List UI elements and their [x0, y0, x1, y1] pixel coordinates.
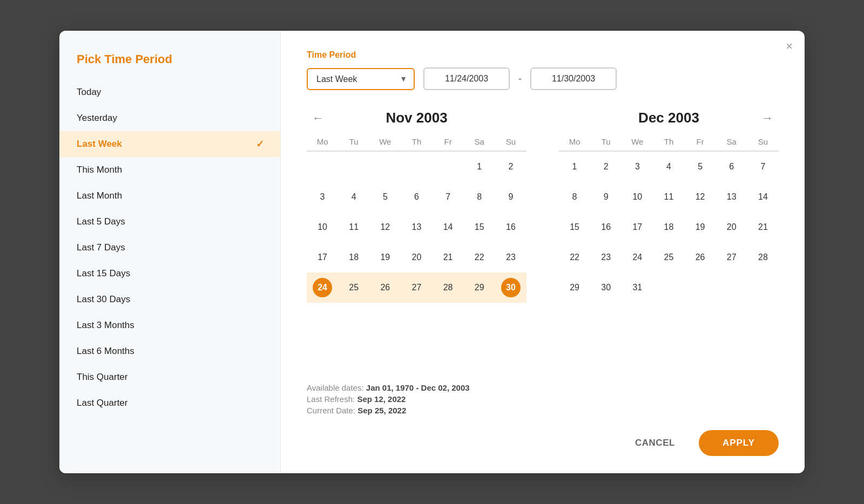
date-to-input[interactable]: 11/30/2003 — [530, 67, 617, 90]
calendar-day[interactable]: 15 — [464, 212, 495, 242]
calendar-day[interactable]: 23 — [495, 242, 526, 273]
calendar-day[interactable]: 7 — [747, 151, 779, 182]
day-number: 15 — [470, 217, 489, 237]
calendar-day[interactable]: 25 — [338, 273, 369, 303]
sidebar-item-this-month[interactable]: This Month — [59, 157, 280, 183]
calendar-day[interactable]: 4 — [338, 182, 369, 212]
calendar-day[interactable]: 25 — [653, 242, 684, 273]
calendar-day[interactable]: 13 — [716, 182, 747, 212]
table-row: 17181920212223 — [307, 242, 526, 273]
day-number: 2 — [596, 157, 616, 176]
calendar-day[interactable]: 10 — [622, 182, 653, 212]
calendar-day — [369, 151, 401, 182]
calendar-day[interactable]: 2 — [495, 151, 526, 182]
calendar-day[interactable]: 12 — [369, 212, 401, 242]
calendar-day[interactable]: 17 — [307, 242, 338, 273]
calendar-day[interactable]: 1 — [559, 151, 590, 182]
calendar-day[interactable]: 27 — [716, 242, 747, 273]
sidebar-item-last-30-days[interactable]: Last 30 Days — [59, 287, 280, 312]
sidebar-item-last-7-days[interactable]: Last 7 Days — [59, 235, 280, 261]
cancel-button[interactable]: CANCEL — [624, 430, 686, 456]
calendar-day[interactable]: 29 — [464, 273, 495, 303]
day-number: 9 — [596, 187, 616, 207]
calendar-day — [653, 273, 684, 303]
calendar-day[interactable]: 14 — [433, 212, 464, 242]
calendar-day[interactable]: 9 — [590, 182, 622, 212]
calendar-day[interactable]: 26 — [685, 242, 716, 273]
calendar-day[interactable]: 8 — [464, 182, 495, 212]
calendar-day[interactable]: 5 — [369, 182, 401, 212]
calendar-day[interactable]: 26 — [369, 273, 401, 303]
dow-header: We — [622, 137, 653, 151]
prev-month-button[interactable]: ← — [307, 109, 329, 127]
date-from-input[interactable]: 11/24/2003 — [423, 67, 510, 90]
sidebar-item-this-quarter[interactable]: This Quarter — [59, 364, 280, 390]
calendar-day[interactable]: 13 — [401, 212, 432, 242]
calendar-day[interactable]: 11 — [338, 212, 369, 242]
day-number: 17 — [313, 248, 332, 267]
calendar-day[interactable]: 16 — [495, 212, 526, 242]
calendar-day[interactable]: 11 — [653, 182, 684, 212]
apply-button[interactable]: APPLY — [699, 430, 779, 456]
calendar-day[interactable]: 4 — [653, 151, 684, 182]
calendar-day[interactable]: 28 — [747, 242, 779, 273]
calendar-day[interactable]: 16 — [590, 212, 622, 242]
calendar-day[interactable]: 19 — [685, 212, 716, 242]
calendar-day[interactable]: 30 — [590, 273, 622, 303]
cal-right-header: Dec 2003 → — [559, 110, 779, 126]
last-refresh-row: Last Refresh: Sep 12, 2022 — [307, 394, 779, 404]
calendar-day[interactable]: 6 — [716, 151, 747, 182]
calendar-day[interactable]: 18 — [653, 212, 684, 242]
calendar-left: ← Nov 2003 MoTuWeThFrSaSu 12345678910111… — [307, 110, 526, 303]
calendar-day[interactable]: 22 — [464, 242, 495, 273]
calendar-day[interactable]: 28 — [433, 273, 464, 303]
calendar-day[interactable]: 21 — [747, 212, 779, 242]
calendar-day[interactable]: 18 — [338, 242, 369, 273]
calendar-day[interactable]: 14 — [747, 182, 779, 212]
next-month-button[interactable]: → — [756, 109, 779, 127]
calendar-day[interactable]: 21 — [433, 242, 464, 273]
calendar-day[interactable]: 30 — [495, 273, 526, 303]
day-number: 23 — [596, 248, 616, 267]
calendar-day[interactable]: 9 — [495, 182, 526, 212]
close-button[interactable]: × — [786, 40, 793, 52]
sidebar-item-today[interactable]: Today — [59, 79, 280, 105]
calendar-day[interactable]: 12 — [685, 182, 716, 212]
sidebar-item-yesterday[interactable]: Yesterday — [59, 105, 280, 131]
calendar-day[interactable]: 24 — [307, 273, 338, 303]
sidebar-item-last-week[interactable]: Last Week✓ — [59, 131, 280, 157]
calendar-day[interactable]: 1 — [464, 151, 495, 182]
calendar-day[interactable]: 15 — [559, 212, 590, 242]
dow-header: Tu — [338, 137, 369, 151]
sidebar-item-last-month[interactable]: Last Month — [59, 183, 280, 209]
period-select-wrapper[interactable]: TodayYesterdayLast WeekThis MonthLast Mo… — [307, 68, 415, 90]
calendar-day[interactable]: 5 — [685, 151, 716, 182]
calendar-day[interactable]: 7 — [433, 182, 464, 212]
available-dates-row: Available dates: Jan 01, 1970 - Dec 02, … — [307, 383, 779, 392]
calendar-day[interactable]: 19 — [369, 242, 401, 273]
calendar-day[interactable]: 24 — [622, 242, 653, 273]
calendar-day[interactable]: 20 — [401, 242, 432, 273]
calendar-day[interactable]: 31 — [622, 273, 653, 303]
sidebar-item-last-3-months[interactable]: Last 3 Months — [59, 312, 280, 338]
day-number: 5 — [691, 157, 710, 176]
sidebar-item-last-quarter[interactable]: Last Quarter — [59, 390, 280, 416]
sidebar-item-last-5-days[interactable]: Last 5 Days — [59, 209, 280, 235]
calendar-day[interactable]: 3 — [622, 151, 653, 182]
calendar-day[interactable]: 22 — [559, 242, 590, 273]
calendar-day[interactable]: 20 — [716, 212, 747, 242]
calendar-day[interactable]: 10 — [307, 212, 338, 242]
sidebar-item-last-15-days[interactable]: Last 15 Days — [59, 261, 280, 287]
day-number: 24 — [313, 278, 332, 297]
calendar-day[interactable]: 2 — [590, 151, 622, 182]
period-select[interactable]: TodayYesterdayLast WeekThis MonthLast Mo… — [308, 69, 414, 89]
calendar-day[interactable]: 23 — [590, 242, 622, 273]
calendar-day[interactable]: 8 — [559, 182, 590, 212]
calendar-day[interactable]: 6 — [401, 182, 432, 212]
calendar-day[interactable]: 27 — [401, 273, 432, 303]
calendar-day[interactable]: 3 — [307, 182, 338, 212]
calendar-day[interactable]: 29 — [559, 273, 590, 303]
calendar-day[interactable]: 17 — [622, 212, 653, 242]
sidebar-item-last-6-months[interactable]: Last 6 Months — [59, 338, 280, 364]
calendars-row: ← Nov 2003 MoTuWeThFrSaSu 12345678910111… — [307, 110, 779, 303]
